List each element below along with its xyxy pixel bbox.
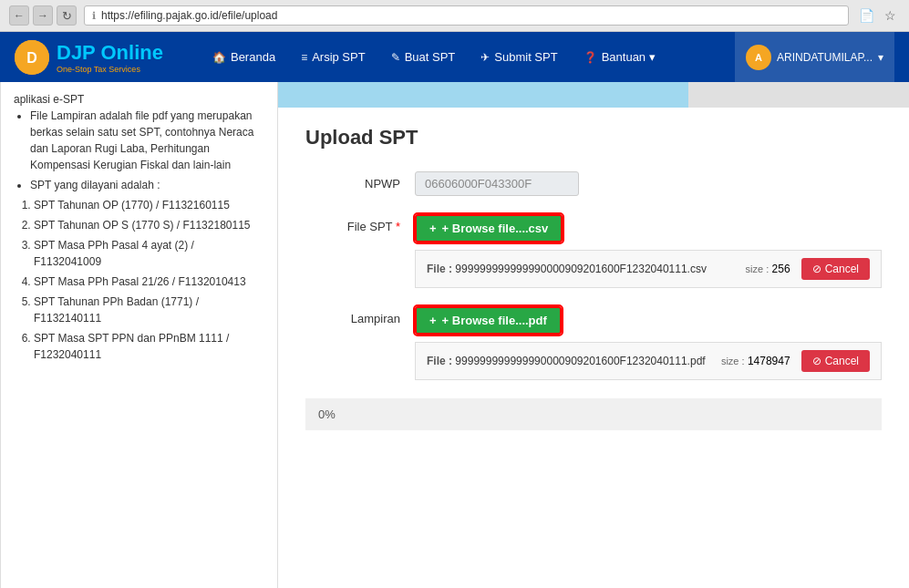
cancel-pdf-icon: ⊘: [812, 355, 821, 367]
pdf-file-info: File : 999999999999990000909201600F12320…: [415, 342, 882, 380]
csv-size-label: size :: [746, 263, 770, 274]
csv-file-label: File :: [427, 263, 452, 275]
nav-arsip-spt[interactable]: ≡ Arsip SPT: [288, 32, 378, 82]
csv-file-name: 999999999999990000909201600F1232040111.c…: [455, 263, 707, 275]
logo-icon: D: [15, 40, 49, 75]
nav-beranda[interactable]: 🏠 Beranda: [200, 32, 288, 82]
sidebar-bullets: File Lampiran adalah file pdf yang merup…: [14, 108, 264, 193]
nav-submit-spt[interactable]: ✈ Submit SPT: [468, 32, 570, 82]
npwp-field: 06606000F043300F: [415, 171, 882, 196]
home-icon: 🏠: [212, 51, 226, 64]
sidebar-spt-list: SPT Tahunan OP (1770) / F1132160115 SPT …: [14, 197, 264, 363]
lampiran-row: Lampiran + + Browse file....pdf File : 9…: [305, 306, 882, 380]
nav-submit-label: Submit SPT: [494, 50, 557, 64]
list-item: SPT Tahunan OP S (1770 S) / F1132180115: [34, 217, 264, 233]
browse-csv-button[interactable]: + + Browse file....csv: [415, 214, 563, 242]
nav-arsip-label: Arsip SPT: [312, 50, 366, 64]
plus-icon: +: [429, 222, 437, 235]
list-item: SPT Masa PPh Pasal 4 ayat (2) / F1132041…: [34, 237, 264, 270]
cancel-pdf-label: Cancel: [825, 355, 859, 367]
nav-buat-spt[interactable]: ✎ Buat SPT: [378, 32, 469, 82]
csv-file-info: File : 999999999999990000909201600F12320…: [415, 250, 882, 288]
nav-buttons: ← → ↻: [9, 5, 77, 26]
csv-size-value: 256: [772, 263, 790, 275]
list-item: SPT Tahunan OP (1770) / F1132160115: [34, 197, 264, 213]
file-spt-row: File SPT * + + Browse file....csv File :…: [305, 214, 882, 288]
chevron-down-icon: ▾: [878, 51, 883, 64]
pdf-file-name: 999999999999990000909201600F1232040111.p…: [455, 355, 705, 367]
reader-icon[interactable]: 📄: [856, 5, 876, 26]
user-menu[interactable]: A ARINDATUMILAP... ▾: [735, 32, 894, 82]
browse-pdf-button[interactable]: + + Browse file....pdf: [415, 306, 562, 335]
csv-file-name-area: File : 999999999999990000909201600F12320…: [427, 263, 707, 275]
list-item: SPT Tahunan PPh Badan (1771) / F11321401…: [34, 294, 264, 326]
required-marker: *: [396, 220, 400, 233]
pdf-size-area: size : 1478947: [721, 355, 790, 367]
page-title: Upload SPT: [305, 126, 882, 150]
upload-form: Upload SPT NPWP 06606000F043300F File SP…: [278, 108, 909, 588]
back-button[interactable]: ←: [9, 5, 29, 26]
logo-title: DJP Online: [57, 41, 163, 65]
pdf-file-label: File :: [427, 355, 452, 367]
file-spt-label: File SPT *: [305, 214, 415, 233]
sidebar-intro: aplikasi e-SPT: [14, 91, 264, 108]
sidebar-item: File Lampiran adalah file pdf yang merup…: [30, 108, 264, 173]
help-icon: ❓: [584, 51, 597, 64]
pdf-file-right: size : 1478947 ⊘ Cancel: [721, 350, 870, 372]
address-bar[interactable]: ℹ https://efiling.pajak.go.id/efile/uplo…: [84, 5, 849, 26]
npwp-value: 06606000F043300F: [415, 171, 579, 196]
forward-button[interactable]: →: [33, 5, 53, 26]
cancel-pdf-button[interactable]: ⊘ Cancel: [801, 350, 870, 372]
pdf-size-label: size :: [721, 356, 745, 366]
content-area: Upload SPT NPWP 06606000F043300F File SP…: [278, 82, 909, 588]
progress-section: 0%: [305, 398, 882, 430]
nav-links: 🏠 Beranda ≡ Arsip SPT ✎ Buat SPT ✈ Submi…: [200, 32, 735, 82]
sidebar: aplikasi e-SPT File Lampiran adalah file…: [0, 82, 278, 588]
npwp-label: NPWP: [305, 171, 415, 191]
navbar: D DJP Online One-Stop Tax Services 🏠 Ber…: [0, 32, 909, 82]
logo-text: DJP Online One-Stop Tax Services: [57, 41, 163, 74]
csv-size-area: size : 256: [746, 263, 790, 275]
lock-icon: ℹ: [92, 10, 96, 22]
main-layout: aplikasi e-SPT File Lampiran adalah file…: [0, 82, 909, 588]
edit-icon: ✎: [391, 51, 400, 64]
logo-subtitle: One-Stop Tax Services: [57, 65, 163, 74]
pdf-size-value: 1478947: [748, 355, 790, 367]
refresh-button[interactable]: ↻: [57, 5, 77, 26]
logo-area: D DJP Online One-Stop Tax Services: [15, 40, 163, 75]
cancel-csv-button[interactable]: ⊘ Cancel: [801, 258, 870, 280]
browser-chrome: ← → ↻ ℹ https://efiling.pajak.go.id/efil…: [0, 0, 909, 32]
list-icon: ≡: [301, 51, 307, 64]
send-icon: ✈: [480, 51, 490, 64]
list-item: SPT Masa SPT PPN dan PPnBM 1111 / F12320…: [34, 330, 264, 363]
progress-banner: [278, 82, 909, 108]
nav-bantuan-label: Bantuan ▾: [602, 50, 656, 64]
user-name: ARINDATUMILAP...: [777, 51, 873, 64]
url-text: https://efiling.pajak.go.id/efile/upload: [101, 9, 277, 22]
cancel-csv-label: Cancel: [825, 263, 859, 275]
bookmark-icon[interactable]: ☆: [880, 5, 900, 26]
browser-tools: 📄 ☆: [856, 5, 900, 26]
file-spt-field: + + Browse file....csv File : 9999999999…: [415, 214, 882, 288]
nav-bantuan[interactable]: ❓ Bantuan ▾: [571, 32, 668, 82]
nav-buat-label: Buat SPT: [405, 50, 456, 64]
cancel-csv-icon: ⊘: [812, 263, 821, 275]
sidebar-item: SPT yang dilayani adalah :: [30, 177, 264, 193]
progress-label: 0%: [318, 407, 336, 421]
pdf-file-name-area: File : 999999999999990000909201600F12320…: [427, 355, 706, 367]
plus-icon: +: [429, 314, 437, 327]
npwp-row: NPWP 06606000F043300F: [305, 171, 882, 196]
avatar: A: [746, 45, 771, 70]
nav-beranda-label: Beranda: [231, 50, 275, 64]
lampiran-field: + + Browse file....pdf File : 9999999999…: [415, 306, 882, 380]
svg-text:D: D: [26, 50, 37, 66]
csv-file-right: size : 256 ⊘ Cancel: [746, 258, 870, 280]
list-item: SPT Masa PPh Pasal 21/26 / F1132010413: [34, 273, 264, 290]
lampiran-label: Lampiran: [305, 306, 415, 325]
